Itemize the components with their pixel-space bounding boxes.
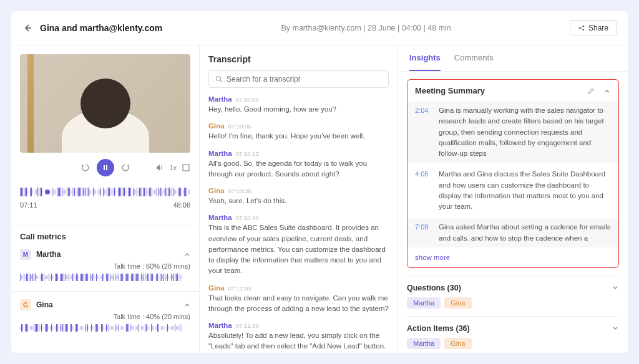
speaker-waveform [20, 272, 190, 282]
summary-timestamp[interactable]: 2:04 [415, 105, 432, 159]
summary-timestamp[interactable]: 7:09 [415, 222, 432, 244]
header-meta: By martha@klenty.com | 28 June | 04:00 |… [162, 24, 570, 32]
edit-icon[interactable] [587, 87, 595, 95]
chevron-up-icon[interactable] [603, 87, 611, 95]
show-more-link[interactable]: show more [415, 254, 611, 261]
transcript-entry[interactable]: Martha07:10:00Hey, hello. Good morning, … [208, 95, 389, 115]
share-icon [578, 24, 585, 32]
playback-speed[interactable]: 1x [169, 164, 177, 171]
svg-point-0 [579, 27, 581, 29]
speaker-metric-martha: M Martha Talk time : 60% (28 mins) [20, 249, 190, 291]
summary-title: Meeting Summary [415, 86, 485, 95]
volume-icon[interactable] [155, 163, 164, 172]
search-input[interactable] [227, 75, 382, 84]
speaker-chip[interactable]: Martha [407, 297, 441, 309]
transcript-column: Transcript Martha07:10:00Hey, hello. Goo… [200, 46, 398, 353]
accordion-section[interactable]: Questions (30)MarthaGina [407, 275, 619, 316]
tab-comments[interactable]: Comments [454, 46, 494, 71]
chevron-up-icon[interactable] [184, 302, 190, 308]
svg-point-1 [583, 26, 585, 27]
rewind-icon[interactable] [80, 163, 90, 173]
current-time: 07:11 [20, 201, 37, 209]
chevron-down-icon[interactable] [612, 284, 619, 292]
summary-text: Gina is manually working with the sales … [439, 105, 611, 159]
summary-item[interactable]: 4:05Martha and Gina discuss the Sales Su… [415, 169, 611, 212]
transcript-entry[interactable]: Gina07:10:28Yeah, sure. Let's do this. [208, 187, 389, 206]
summary-item[interactable]: 2:04Gina is manually working with the sa… [407, 102, 618, 163]
transcript-timestamp: 07:11:30 [236, 322, 259, 329]
transcript-timestamp: 07:10:28 [228, 188, 251, 194]
summary-text: Gina asked Martha about setting a cadenc… [439, 222, 611, 244]
transcript-timestamp: 07:10:40 [236, 214, 259, 221]
svg-point-2 [583, 29, 585, 31]
transcript-entry[interactable]: Martha07:10:13All's good. So, the agenda… [208, 150, 389, 180]
talk-time: Talk time : 40% (20 mins) [20, 313, 190, 320]
insights-body: Meeting Summary 2:04Gina is manually wor… [398, 72, 628, 353]
transcript-timestamp: 07:11:03 [228, 285, 251, 292]
speaker-metric-gina: G Gina Talk time : 40% (20 mins) [20, 299, 190, 342]
insights-tabs: Insights Comments [398, 46, 628, 72]
back-arrow-icon[interactable] [22, 22, 34, 34]
chevron-up-icon[interactable] [184, 251, 190, 257]
transcript-text: Yeah, sure. Let's do this. [208, 196, 389, 206]
transcript-timestamp: 07:10:00 [236, 96, 259, 103]
speaker-chip[interactable]: Martha [407, 338, 441, 349]
speaker-chip[interactable]: Gina [444, 297, 471, 309]
transcript-timestamp: 07:10:13 [236, 150, 259, 157]
transcript-entry[interactable]: Gina07:10:05Hello! I'm fine, thank you. … [208, 122, 389, 141]
forward-icon[interactable] [120, 163, 130, 173]
header-bar: Gina and martha@klenty.com By martha@kle… [11, 11, 628, 46]
share-button[interactable]: Share [570, 20, 617, 36]
speaker-name: Gina [36, 300, 53, 309]
time-display: 07:11 48:06 [20, 201, 190, 209]
transcript-speaker: Gina [208, 284, 225, 292]
accordion-section[interactable]: Action Items (36)MarthaGina [407, 316, 619, 353]
transcript-speaker: Martha [208, 150, 232, 157]
avatar: G [20, 299, 31, 310]
player-controls: 1x [20, 153, 190, 183]
transcript-entry[interactable]: Martha07:11:30Absolutely! To add a new l… [208, 322, 389, 353]
svg-rect-3 [104, 165, 105, 170]
avatar: M [20, 249, 31, 260]
fullscreen-icon[interactable] [182, 163, 190, 172]
transcript-speaker: Martha [208, 322, 232, 329]
transcript-speaker: Gina [208, 187, 225, 194]
transcript-speaker: Gina [208, 122, 225, 130]
transcript-text: All's good. So, the agenda for today is … [208, 158, 389, 180]
transcript-speaker: Martha [208, 214, 232, 221]
page-title: Gina and martha@klenty.com [40, 23, 162, 33]
left-column: 1x 07:11 48:06 Call metrics M Martha Tal… [11, 46, 200, 353]
svg-rect-5 [183, 165, 189, 171]
call-metrics-heading: Call metrics [20, 232, 190, 241]
app-window: Gina and martha@klenty.com By martha@kle… [11, 11, 628, 353]
tab-insights[interactable]: Insights [409, 46, 441, 71]
transcript-text: Hello! I'm fine, thank you. Hope you've … [208, 131, 389, 141]
transcript-heading: Transcript [208, 54, 389, 64]
talk-time: Talk time : 60% (28 mins) [20, 262, 190, 270]
accordion-title: Questions (30) [407, 284, 461, 292]
transcript-text: Absolutely! To add a new lead, you simpl… [208, 330, 389, 353]
total-time: 48:06 [173, 201, 190, 209]
progress-waveform[interactable] [20, 185, 190, 199]
video-player[interactable] [20, 54, 190, 153]
transcript-text: Hey, hello. Good morning, how are you? [208, 104, 389, 115]
transcript-timestamp: 07:10:05 [228, 123, 251, 130]
speaker-name: Martha [36, 250, 61, 259]
transcript-speaker: Martha [208, 95, 232, 103]
speaker-chip[interactable]: Gina [444, 338, 471, 349]
insights-column: Insights Comments Meeting Summary 2:04Gi… [398, 46, 628, 353]
accordion-title: Action Items (36) [407, 324, 470, 333]
summary-timestamp[interactable]: 4:05 [415, 169, 432, 212]
search-icon [215, 75, 223, 83]
svg-point-6 [217, 77, 221, 81]
summary-text: Martha and Gina discuss the Sales Suite … [439, 169, 611, 212]
transcript-text: This is the ABC Sales Suite dashboard. I… [208, 223, 389, 276]
chevron-down-icon[interactable] [612, 325, 619, 332]
summary-item[interactable]: 7:09Gina asked Martha about setting a ca… [407, 218, 618, 247]
transcript-search[interactable] [208, 70, 389, 88]
transcript-text: That looks clean and easy to navigate. C… [208, 293, 389, 315]
svg-rect-4 [106, 165, 107, 170]
transcript-entry[interactable]: Gina07:11:03That looks clean and easy to… [208, 284, 389, 315]
transcript-entry[interactable]: Martha07:10:40This is the ABC Sales Suit… [208, 214, 389, 276]
pause-button[interactable] [97, 159, 114, 176]
